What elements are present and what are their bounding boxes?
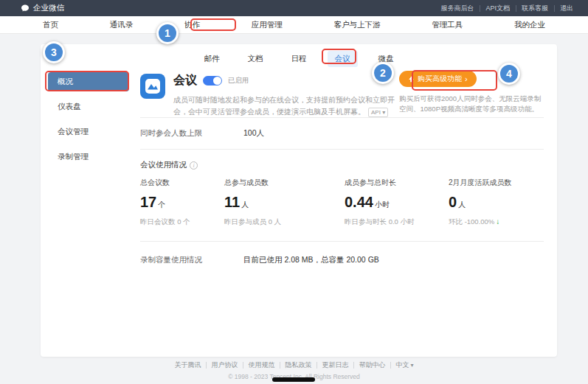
page-title: 会议 xyxy=(173,73,197,88)
stat-label: 成员参与总时长 xyxy=(345,178,415,188)
meeting-description-text: 成员可随时随地发起和参与的在线会议，支持提前预约会议和立即开会，会中可灵活管理参… xyxy=(173,96,395,116)
chat-bubble-icon xyxy=(21,4,30,13)
api-badge-label: API xyxy=(371,109,381,116)
usage-title: 会议使用情况 xyxy=(140,160,187,170)
stat-subtext: 昨日参与时长 0.0 小时 xyxy=(345,217,415,227)
stat-label: 总参与成员数 xyxy=(224,178,281,188)
annotation-box-meeting-tab xyxy=(322,49,356,64)
wecom-logo[interactable]: 企业微信 xyxy=(21,3,64,13)
stat-label: 2月月度活跃成员数 xyxy=(449,178,512,188)
stat-subtext: 昨日参与成员 0 人 xyxy=(224,217,281,227)
annotation-badge-4: 4 xyxy=(498,63,520,85)
status-label: 已启用 xyxy=(228,76,249,85)
sidebar-item-dashboard[interactable]: 仪表盘 xyxy=(48,97,129,116)
capacity-label: 同时参会人数上限 xyxy=(140,128,243,139)
home-indicator-bar xyxy=(272,377,315,382)
footer-link-user-agreement[interactable]: 用户协议 xyxy=(206,360,243,370)
recording-value: 目前已使用 2.08 MB，总容量 20.00 GB xyxy=(243,255,379,265)
info-icon[interactable]: i xyxy=(190,161,198,170)
topbar-links: 服务商后台 API文档 联系客服 退出 xyxy=(435,4,579,13)
usage-stats: 总会议数 17个 昨日会议数 0 个 总参与成员数 11人 昨日参与成员 0 人… xyxy=(140,178,544,241)
logo-text: 企业微信 xyxy=(33,3,64,13)
footer-link-usage-rules[interactable]: 使用规范 xyxy=(243,360,280,370)
topbar-link-api-docs[interactable]: API文档 xyxy=(480,4,516,13)
trend-down-arrow-icon: ↓ xyxy=(496,217,499,226)
meeting-overview-panel: 会议 已启用 成员可随时随地发起和参与的在线会议，支持提前预约会议和立即开会，会… xyxy=(140,71,544,276)
stat-total-meetings: 总会议数 17个 昨日会议数 0 个 xyxy=(140,178,190,227)
tab-calendar[interactable]: 日程 xyxy=(284,51,314,67)
meeting-title-block: 会议 已启用 成员可随时随地发起和参与的在线会议，支持提前预约会议和立即开会，会… xyxy=(173,71,395,117)
stat-total-duration: 成员参与总时长 0.44小时 昨日参与时长 0.0 小时 xyxy=(345,178,415,227)
footer-link-help-center[interactable]: 帮助中心 xyxy=(353,360,390,370)
stat-subtext: 环比 -100.00%↓ xyxy=(449,217,512,227)
caret-down-icon: ▾ xyxy=(382,109,385,116)
topbar: 企业微信 服务商后台 API文档 联系客服 退出 xyxy=(0,0,588,16)
meeting-header-left: 会议 已启用 成员可随时随地发起和参与的在线会议，支持提前预约会议和立即开会，会… xyxy=(140,71,384,117)
mountain-icon xyxy=(145,79,160,94)
stat-value: 17 xyxy=(140,194,156,210)
stat-label: 总会议数 xyxy=(140,178,190,188)
stat-subtext: 昨日会议数 0 个 xyxy=(140,217,190,227)
footer-link-changelog[interactable]: 更新日志 xyxy=(317,360,353,370)
sidebar-item-recording-management[interactable]: 录制管理 xyxy=(48,147,129,167)
annotation-badge-1: 1 xyxy=(156,22,179,44)
annotation-box-collaboration xyxy=(190,18,236,31)
recording-usage-row: 录制容量使用情况 目前已使用 2.08 MB，总容量 20.00 GB xyxy=(140,255,544,265)
language-label: 中文 xyxy=(395,361,409,369)
annotation-badge-2: 2 xyxy=(372,62,394,84)
stat-value: 11 xyxy=(224,194,240,210)
tab-docs[interactable]: 文档 xyxy=(241,51,271,67)
footer-link-about[interactable]: 关于腾讯 xyxy=(169,360,206,370)
divider xyxy=(140,117,544,118)
annotation-box-buy-button xyxy=(412,70,497,91)
divider xyxy=(140,241,544,242)
usage-title-row: 会议使用情况 i xyxy=(140,160,544,170)
api-badge[interactable]: API ▾ xyxy=(368,108,388,117)
topbar-link-contact-support[interactable]: 联系客服 xyxy=(516,4,554,13)
stat-unit: 人 xyxy=(241,200,249,209)
sub-tabs: 邮件 文档 日程 会议 微盘 xyxy=(41,51,557,67)
footer-link-privacy[interactable]: 隐私政策 xyxy=(280,360,317,370)
nav-item-contacts[interactable]: 通讯录 xyxy=(110,20,134,30)
buy-premium-description: 购买后可获得2000人同时参会、无限云端录制空间、1080P视频高清晰度等多项高… xyxy=(399,94,544,114)
divider xyxy=(140,149,544,150)
toggle-knob xyxy=(213,77,221,85)
meeting-description: 成员可随时随地发起和参与的在线会议，支持提前预约会议和立即开会，会中可灵活管理参… xyxy=(173,94,395,117)
topbar-link-service-console[interactable]: 服务商后台 xyxy=(435,4,480,13)
sidebar-item-meeting-management[interactable]: 会议管理 xyxy=(48,122,129,142)
enabled-toggle[interactable] xyxy=(203,76,222,85)
topbar-link-logout[interactable]: 退出 xyxy=(554,4,579,13)
nav-item-app-management[interactable]: 应用管理 xyxy=(252,20,283,30)
stat-unit: 小时 xyxy=(375,200,390,209)
main-nav: 首页 通讯录 协作 应用管理 客户与上下游 管理工具 我的企业 xyxy=(0,16,588,34)
footer-links: 关于腾讯 用户协议 使用规范 隐私政策 更新日志 帮助中心 中文▾ xyxy=(0,360,588,370)
stat-value: 0.44 xyxy=(345,194,373,210)
stat-value: 0 xyxy=(449,194,457,210)
nav-item-admin-tools[interactable]: 管理工具 xyxy=(432,20,463,30)
recording-label: 录制容量使用情况 xyxy=(140,255,243,265)
annotation-box-overview xyxy=(45,71,129,91)
nav-item-home[interactable]: 首页 xyxy=(43,20,58,30)
stat-unit: 个 xyxy=(158,200,165,209)
annotation-badge-3: 3 xyxy=(43,41,65,63)
nav-item-my-company[interactable]: 我的企业 xyxy=(514,20,545,30)
meeting-app-icon xyxy=(140,74,165,99)
capacity-row: 同时参会人数上限 100人 xyxy=(140,128,544,139)
stat-monthly-active: 2月月度活跃成员数 0人 环比 -100.00%↓ xyxy=(449,178,512,227)
caret-down-icon: ▾ xyxy=(410,362,413,369)
stat-unit: 人 xyxy=(458,200,466,209)
footer-link-language[interactable]: 中文▾ xyxy=(390,360,418,370)
capacity-value: 100人 xyxy=(243,128,264,139)
nav-item-customers[interactable]: 客户与上下游 xyxy=(334,20,381,30)
tab-mail[interactable]: 邮件 xyxy=(197,51,227,67)
stat-total-participants: 总参与成员数 11人 昨日参与成员 0 人 xyxy=(224,178,281,227)
stat-subtext-value: 环比 -100.00% xyxy=(449,217,494,226)
